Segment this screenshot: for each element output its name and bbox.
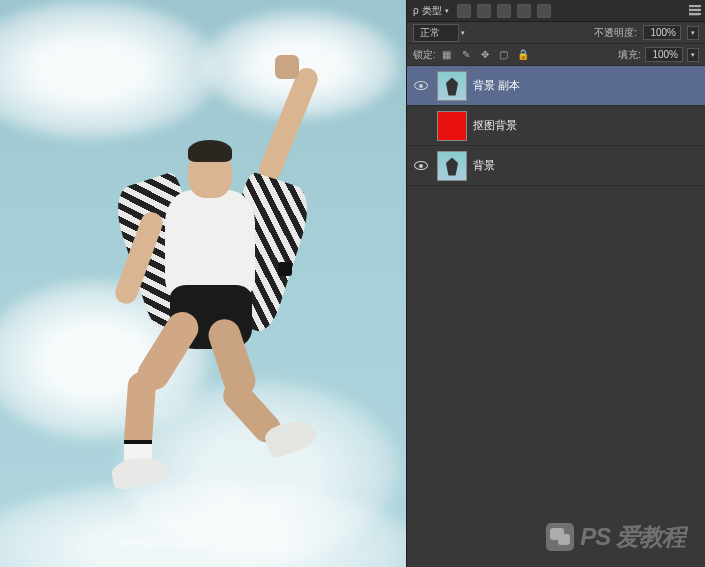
lock-position-icon[interactable]: ✥	[478, 48, 492, 62]
filter-type-icon[interactable]	[497, 4, 511, 18]
blend-bar: 正常 ▾ 不透明度: 100% ▾	[407, 22, 705, 44]
visibility-toggle[interactable]	[411, 66, 431, 106]
layer-thumbnail[interactable]	[437, 111, 467, 141]
filter-pixel-icon[interactable]	[457, 4, 471, 18]
eye-icon	[414, 161, 428, 170]
lock-artboard-icon[interactable]: ▢	[497, 48, 511, 62]
lock-transparency-icon[interactable]: ▦	[440, 48, 454, 62]
layer-thumbnail[interactable]	[437, 71, 467, 101]
lock-all-icon[interactable]: 🔒	[516, 48, 530, 62]
layer-row[interactable]: 抠图背景	[407, 106, 705, 146]
fill-label: 填充:	[618, 48, 641, 62]
panel-filter-bar: ρ 类型 ▾	[407, 0, 705, 22]
blend-mode-select[interactable]: 正常	[413, 24, 459, 42]
layer-row[interactable]: 背景 副本	[407, 66, 705, 106]
fill-input[interactable]: 100%	[645, 47, 683, 62]
jumping-man	[90, 60, 350, 480]
opacity-arrow-icon[interactable]: ▾	[687, 26, 699, 40]
opacity-input[interactable]: 100%	[643, 25, 681, 40]
watermark: PS 爱教程	[546, 521, 685, 553]
layer-name[interactable]: 抠图背景	[473, 118, 517, 133]
eye-icon	[414, 81, 428, 90]
layer-name[interactable]: 背景 副本	[473, 78, 520, 93]
blend-mode-value: 正常	[420, 27, 440, 38]
opacity-label: 不透明度:	[594, 26, 637, 40]
filter-shape-icon[interactable]	[517, 4, 531, 18]
lock-paint-icon[interactable]: ✎	[459, 48, 473, 62]
filter-kind-dropdown[interactable]: ρ 类型 ▾	[413, 4, 449, 18]
filter-adjust-icon[interactable]	[477, 4, 491, 18]
lock-bar: 锁定: ▦ ✎ ✥ ▢ 🔒 填充: 100% ▾	[407, 44, 705, 66]
layer-thumbnail[interactable]	[437, 151, 467, 181]
panel-menu-icon[interactable]	[687, 3, 701, 17]
visibility-toggle[interactable]	[411, 106, 431, 146]
layers-list: 背景 副本抠图背景背景	[407, 66, 705, 567]
lock-label: 锁定:	[413, 48, 436, 62]
layer-row[interactable]: 背景	[407, 146, 705, 186]
watermark-url: www.psahz.com	[120, 535, 207, 549]
watermark-text: PS 爱教程	[580, 521, 685, 553]
fill-arrow-icon[interactable]: ▾	[687, 48, 699, 62]
document-canvas[interactable]: www.psahz.com	[0, 0, 406, 567]
filter-kind-label: 类型	[422, 4, 442, 18]
visibility-toggle[interactable]	[411, 146, 431, 186]
layer-name[interactable]: 背景	[473, 158, 495, 173]
layers-panel: ρ 类型 ▾ 正常 ▾ 不透明度: 100% ▾ 锁定: ▦ ✎ ✥ ▢ 🔒 填…	[406, 0, 705, 567]
filter-smart-icon[interactable]	[537, 4, 551, 18]
wechat-icon	[546, 523, 574, 551]
